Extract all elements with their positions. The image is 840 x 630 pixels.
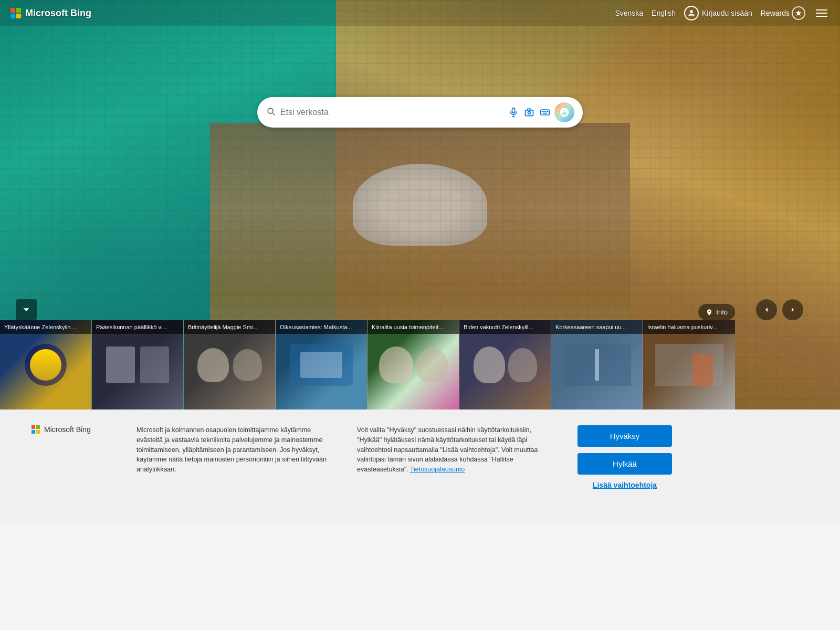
copilot-button[interactable] — [554, 102, 574, 122]
microphone-button[interactable] — [508, 107, 519, 118]
search-container — [257, 97, 583, 128]
news-caption: Kiinalita uusia toimenpiteit... — [368, 320, 459, 334]
header-nav: Svenska English Kirjaudu sisään Rewards — [615, 6, 830, 20]
keyboard-button[interactable] — [540, 107, 550, 118]
news-prev-button[interactable] — [756, 299, 777, 320]
hamburger-line — [816, 16, 827, 17]
nav-svenska[interactable]: Svenska — [615, 9, 643, 17]
reject-button[interactable]: Hylkää — [578, 453, 672, 475]
rewards-label: Rewards — [761, 9, 790, 17]
brand-logo: Microsoft Bing — [10, 8, 91, 19]
search-input[interactable] — [280, 108, 504, 117]
info-label: Info — [716, 308, 728, 316]
rewards-icon — [792, 6, 805, 20]
login-button[interactable]: Kirjaudu sisään — [684, 6, 752, 20]
rewards-button[interactable]: Rewards — [761, 6, 805, 20]
accept-button[interactable]: Hyväksy — [578, 425, 672, 447]
camera-search-button[interactable] — [524, 107, 534, 118]
footer-logo-text: Microsoft Bing — [44, 425, 91, 434]
microsoft-logo-icon — [10, 8, 21, 18]
search-icon — [266, 106, 276, 119]
news-caption: Britinäyttelijä Maggie Smi... — [184, 320, 275, 334]
news-item[interactable]: Oikeusasiamies: Matkusta... — [276, 320, 368, 410]
news-item[interactable]: Kiinalita uusia toimenpiteit... — [368, 320, 459, 410]
news-caption: Oikeusasiamies: Matkusta... — [276, 320, 367, 334]
consent-section: Microsoft Bing Microsoft ja kolmannen os… — [0, 410, 840, 525]
svg-point-2 — [528, 111, 531, 114]
footer-logo: Microsoft Bing — [32, 425, 116, 434]
news-caption: Korkeasaareen saapui uu... — [551, 320, 643, 334]
hero-section: Microsoft Bing Svenska English Kirjaudu … — [0, 0, 840, 410]
consent-buttons: Hyväksy Hylkää Lisää vaihtoehtoja — [578, 425, 672, 489]
news-strip: Yllätyskäänne Zelenskyiin ... Pääesikunn… — [0, 320, 840, 410]
scroll-down-button[interactable] — [16, 299, 37, 320]
nav-english[interactable]: English — [652, 9, 676, 17]
news-items-list: Yllätyskäänne Zelenskyiin ... Pääesikunn… — [0, 320, 840, 410]
news-item[interactable]: Yllätyskäänne Zelenskyiin ... — [0, 320, 92, 410]
news-caption: Yllätyskäänne Zelenskyiin ... — [0, 320, 91, 334]
news-item[interactable]: Korkeasaareen saapui uu... — [551, 320, 643, 410]
svg-rect-3 — [541, 110, 550, 115]
search-icon-group — [508, 107, 550, 118]
search-bar — [257, 97, 583, 128]
news-caption: Biden vakuutti Zelenskyill... — [459, 320, 551, 334]
news-item[interactable]: Biden vakuutti Zelenskyill... — [459, 320, 551, 410]
footer-description-2: Voit valita "Hyväksy" suostuessasi näihi… — [357, 425, 556, 475]
hamburger-line — [816, 13, 827, 14]
svg-rect-0 — [512, 108, 515, 113]
footer-description-1: Microsoft ja kolmannen osapuolen toimitt… — [136, 425, 336, 475]
news-item[interactable]: Britinäyttelijä Maggie Smi... — [184, 320, 276, 410]
news-caption: Israelin haluama puskuriv... — [643, 320, 735, 334]
news-item[interactable]: Israelin haluama puskuriv... — [643, 320, 735, 410]
news-item[interactable]: Pääesikunnan päällikkö vi... — [92, 320, 184, 410]
news-caption: Pääesikunnan päällikkö vi... — [92, 320, 183, 334]
hamburger-line — [816, 9, 827, 10]
svg-rect-1 — [526, 110, 533, 116]
login-label: Kirjaudu sisään — [702, 9, 752, 17]
user-icon — [684, 6, 699, 20]
privacy-link[interactable]: Tietosuojalausunto — [410, 466, 465, 473]
footer-logo-section: Microsoft Bing — [32, 425, 116, 442]
news-next-button[interactable] — [782, 299, 803, 320]
brand-name: Microsoft Bing — [25, 8, 91, 19]
header: Microsoft Bing Svenska English Kirjaudu … — [0, 0, 840, 26]
hamburger-menu-button[interactable] — [814, 7, 830, 19]
footer-ms-logo-icon — [32, 425, 40, 434]
info-location-button[interactable]: Info — [698, 304, 735, 320]
more-options-button[interactable]: Lisää vaihtoehtoja — [593, 481, 657, 489]
